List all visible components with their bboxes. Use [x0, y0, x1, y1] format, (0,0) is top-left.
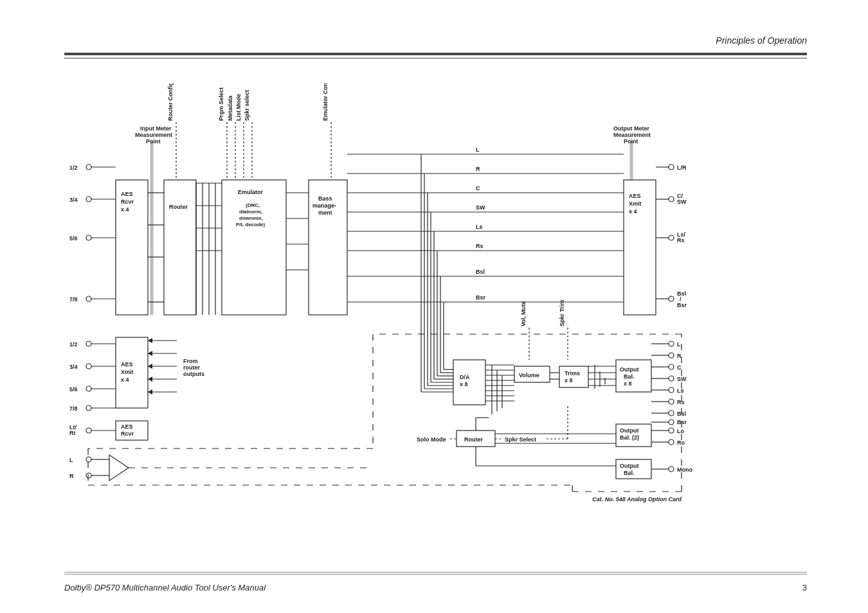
footer-rule: [64, 572, 807, 574]
label-output-meter: Output Meter Measurement Point: [613, 125, 653, 145]
page: Principles of Operation Router Config Pr…: [0, 0, 868, 613]
label-vol-mute: Vol, Mute: [520, 301, 527, 326]
svg-text:L: L: [476, 147, 480, 153]
svg-point-116: [86, 457, 91, 462]
footer-text: Dolby® DP570 Multichannel Audio Tool Use…: [64, 583, 266, 592]
block-diagram: Router Config Prgm Select Metadata List …: [64, 84, 807, 533]
aes-out-ports: L/R C/SW Ls/Rs Bsl/Bsr: [656, 164, 687, 308]
block-router1: [164, 180, 196, 315]
svg-point-86: [669, 296, 674, 301]
svg-text:5/6: 5/6: [69, 386, 78, 393]
svg-point-184: [669, 428, 674, 433]
svg-point-190: [669, 466, 674, 472]
label-solo: Solo Mode: [417, 436, 446, 443]
svg-point-172: [669, 387, 674, 393]
svg-text:Bsr: Bsr: [677, 419, 687, 425]
svg-point-67: [86, 197, 91, 202]
label-spkr-trim: Spkr Trim: [559, 299, 565, 326]
svg-text:Ls/Rs: Ls/Rs: [677, 231, 686, 244]
block-da8: [453, 360, 485, 405]
svg-point-83: [669, 235, 674, 240]
svg-text:Lt/Rt: Lt/Rt: [69, 424, 77, 436]
svg-text:Mono: Mono: [677, 466, 692, 473]
channel-bus: L R C SW Ls Rs Bsl Bsr: [347, 147, 624, 392]
svg-point-160: [669, 341, 674, 346]
svg-text:L/R: L/R: [677, 164, 687, 171]
svg-point-163: [669, 353, 674, 358]
svg-text:Ro: Ro: [677, 440, 685, 446]
svg-marker-102: [148, 338, 152, 343]
svg-point-178: [669, 411, 674, 416]
svg-text:OutputBal. (2): OutputBal. (2): [620, 427, 639, 441]
svg-text:C: C: [476, 185, 480, 191]
svg-point-113: [86, 428, 91, 433]
input-ports: 1/2 3/4 5/6 7/8: [69, 164, 116, 303]
svg-text:Bsl: Bsl: [476, 269, 485, 275]
svg-text:Bsr: Bsr: [476, 294, 486, 301]
svg-text:R: R: [677, 353, 682, 359]
card-note: Cat. No. 548 Analog Option Card: [592, 496, 682, 502]
svg-point-77: [669, 164, 674, 170]
label-spkr-select: Spkr Select: [505, 436, 536, 443]
svg-marker-108: [148, 377, 152, 382]
svg-point-95: [86, 386, 91, 391]
svg-point-64: [86, 164, 91, 170]
label-spkr-select-top: Spkr select: [244, 90, 250, 121]
label-prgm-select: Prgm Select: [218, 87, 224, 121]
svg-text:3/4: 3/4: [69, 364, 78, 370]
svg-text:Ls: Ls: [677, 387, 684, 394]
svg-text:Volume: Volume: [519, 372, 539, 378]
svg-text:Bsl/Bsr: Bsl/Bsr: [677, 290, 687, 308]
svg-point-73: [86, 296, 91, 301]
svg-text:Router: Router: [169, 204, 188, 210]
svg-point-187: [669, 440, 674, 445]
label-list-mode: List Mode: [235, 94, 242, 121]
svg-text:1/2: 1/2: [69, 164, 78, 171]
block-emulator: [222, 180, 286, 315]
svg-point-181: [669, 420, 674, 425]
header-rule: [64, 53, 807, 58]
svg-point-92: [86, 364, 91, 369]
svg-point-70: [86, 235, 91, 240]
svg-text:Router: Router: [464, 436, 483, 443]
svg-point-118: [86, 473, 91, 478]
svg-text:3/4: 3/4: [69, 197, 78, 203]
svg-text:L: L: [677, 341, 681, 348]
svg-marker-106: [148, 364, 152, 369]
svg-text:Emulator: Emulator: [238, 189, 264, 195]
svg-marker-110: [148, 389, 152, 395]
label-input-meter: Input Meter Measurement Point: [135, 125, 174, 145]
label-emulator-config: Emulator Config: [322, 84, 329, 121]
svg-text:Lo: Lo: [677, 428, 684, 434]
svg-point-98: [86, 405, 91, 411]
svg-text:Rs: Rs: [677, 399, 685, 405]
svg-text:AESRcvr: AESRcvr: [121, 423, 134, 437]
svg-point-169: [669, 376, 674, 381]
svg-text:Ls: Ls: [476, 224, 483, 230]
svg-text:R: R: [476, 166, 480, 172]
svg-text:R: R: [69, 473, 74, 479]
svg-text:SW: SW: [677, 376, 687, 382]
svg-text:7/8: 7/8: [69, 296, 78, 303]
page-number: 3: [802, 583, 807, 592]
label-router-config: Router Config: [167, 84, 174, 121]
header-title: Principles of Operation: [716, 35, 807, 46]
svg-text:Rs: Rs: [476, 243, 484, 249]
svg-text:5/6: 5/6: [69, 235, 78, 242]
svg-text:C: C: [677, 364, 682, 371]
analog-card-boundary: [88, 334, 682, 492]
svg-text:Fromrouteroutputs: Fromrouteroutputs: [183, 358, 204, 377]
opamp-icon: [109, 455, 129, 481]
label-metadata: Metadata: [227, 95, 233, 121]
svg-text:C/SW: C/SW: [677, 193, 687, 205]
svg-text:L: L: [69, 457, 73, 463]
svg-point-89: [86, 341, 91, 346]
svg-point-175: [669, 399, 674, 404]
svg-marker-104: [148, 351, 152, 356]
svg-point-80: [669, 197, 674, 202]
svg-text:1/2: 1/2: [69, 341, 78, 348]
svg-point-166: [669, 364, 674, 369]
svg-text:SW: SW: [476, 204, 485, 211]
svg-text:7/8: 7/8: [69, 405, 78, 412]
block-trims: [559, 366, 588, 387]
